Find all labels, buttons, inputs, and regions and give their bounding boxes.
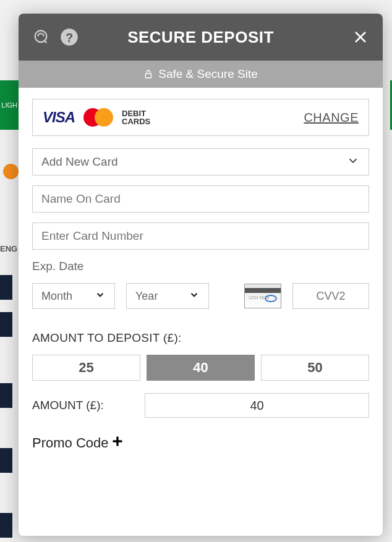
bg-dark-block xyxy=(0,448,12,473)
bg-dark-block xyxy=(0,275,12,300)
change-card-type-link[interactable]: CHANGE xyxy=(304,111,359,125)
name-on-card-input[interactable] xyxy=(41,192,360,206)
safe-secure-bar: Safe & Secure Site xyxy=(19,61,383,88)
svg-rect-5 xyxy=(146,74,151,78)
cvv-input-box[interactable] xyxy=(292,283,369,309)
card-type-selector: VISA DEBIT CARDS CHANGE xyxy=(32,99,369,136)
amount-preset-25[interactable]: 25 xyxy=(32,355,140,381)
amount-preset-40[interactable]: 40 xyxy=(147,355,255,381)
visa-logo: VISA xyxy=(43,109,75,126)
exp-month-select[interactable]: Month xyxy=(32,283,115,309)
modal-header: ? SECURE DEPOSIT xyxy=(19,14,383,61)
exp-year-select[interactable]: Year xyxy=(126,283,209,309)
chevron-down-icon xyxy=(189,289,200,303)
exp-date-label: Exp. Date xyxy=(32,260,369,273)
bg-dark-block xyxy=(0,383,12,408)
cvv-input[interactable] xyxy=(293,290,369,303)
bg-text-eng: ENG xyxy=(0,244,17,253)
lock-icon xyxy=(143,69,153,80)
bg-basketball-icon xyxy=(3,164,19,179)
safe-text: Safe & Secure Site xyxy=(158,67,258,81)
secure-deposit-modal: ? SECURE DEPOSIT Safe & Secure Site VISA… xyxy=(19,14,383,536)
amount-input-box[interactable] xyxy=(145,393,369,418)
amount-preset-50[interactable]: 50 xyxy=(261,355,369,381)
bg-dark-block xyxy=(0,312,12,337)
amount-input[interactable] xyxy=(145,399,369,413)
amount-to-deposit-label: AMOUNT TO DEPOSIT (£): xyxy=(32,331,369,345)
exp-month-label: Month xyxy=(41,290,72,303)
promo-code-label: Promo Code xyxy=(32,435,109,451)
help-icon[interactable]: ? xyxy=(59,27,79,47)
cvv-hint-icon: 1234 5678 xyxy=(244,284,281,308)
debit-cards-label: DEBIT CARDS xyxy=(122,109,150,125)
add-new-card-label: Add New Card xyxy=(41,155,118,169)
bg-dark-block xyxy=(0,513,12,538)
svg-rect-7 xyxy=(113,440,122,442)
support-icon[interactable] xyxy=(31,27,51,47)
add-new-card-select[interactable]: Add New Card xyxy=(32,148,369,176)
close-button[interactable] xyxy=(351,27,370,47)
name-on-card-row[interactable] xyxy=(32,185,369,213)
chevron-down-icon xyxy=(95,289,106,303)
mastercard-logo xyxy=(83,108,113,127)
card-number-row[interactable] xyxy=(32,222,369,250)
amount-label: AMOUNT (£): xyxy=(32,399,132,412)
chevron-down-icon xyxy=(346,154,360,170)
exp-year-label: Year xyxy=(135,290,158,303)
card-number-input[interactable] xyxy=(41,229,360,243)
promo-code-expand-button[interactable] xyxy=(111,435,124,451)
bg-highlight: LIGH xyxy=(0,80,19,130)
svg-text:?: ? xyxy=(66,31,73,44)
